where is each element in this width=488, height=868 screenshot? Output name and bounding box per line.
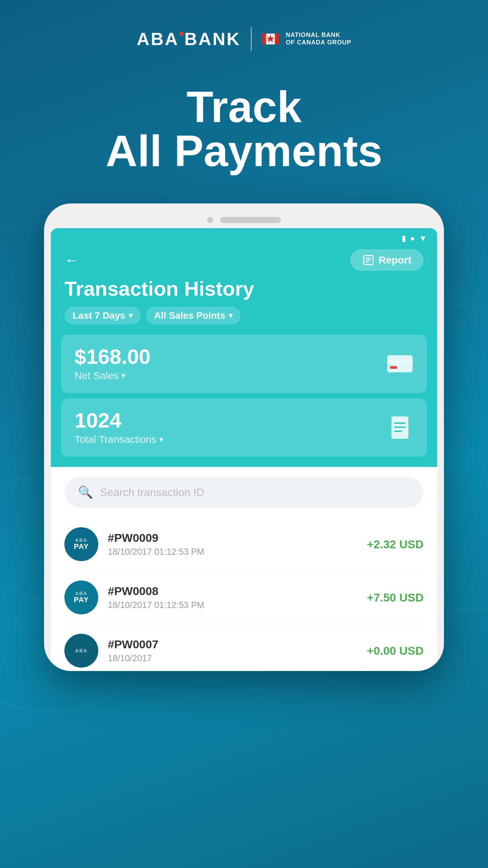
total-tx-chevron: ▾ <box>159 435 163 444</box>
net-sales-label: Net Sales ▾ <box>75 370 150 381</box>
wifi-icon: ● <box>410 234 415 243</box>
report-icon <box>362 254 374 266</box>
tx-info-2: #PW0008 18/10/2017 01:12:53 PM <box>108 585 358 610</box>
search-bar[interactable]: 🔍 Search transaction ID <box>64 477 424 508</box>
card-payment-icon <box>386 352 413 376</box>
tx-amount-1: +2.32 USD <box>367 538 424 551</box>
filter-days-label: Last 7 Days <box>73 310 125 321</box>
report-label: Report <box>379 254 411 266</box>
brand-dot <box>180 32 184 36</box>
national-line1: NATIONAL BANK <box>286 32 340 39</box>
filter-sales-chip[interactable]: All Sales Points ▾ <box>146 307 241 324</box>
tx-id-1: #PW0009 <box>108 531 358 545</box>
total-tx-card[interactable]: 1024 Total Transactions ▾ <box>61 398 427 457</box>
svg-rect-2 <box>275 34 279 44</box>
filter-row: Last 7 Days ▾ All Sales Points ▾ <box>51 307 437 335</box>
back-button[interactable]: ← <box>64 252 79 269</box>
phone-mockup: ▮ ● ▼ ← Report Transaction Hist <box>44 203 444 671</box>
tx-id-2: #PW0008 <box>108 585 358 598</box>
filter-days-chip[interactable]: Last 7 Days ▾ <box>64 307 141 324</box>
tx-date-2: 18/10/2017 01:12:53 PM <box>108 600 358 610</box>
filter-days-chevron: ▾ <box>129 311 133 320</box>
total-tx-amount: 1024 <box>75 410 163 431</box>
tx-date-3: 18/10/2017 <box>108 653 358 664</box>
svg-rect-1 <box>262 34 266 44</box>
aba-avatar-label-3: ABA <box>75 648 87 653</box>
tx-date-1: 18/10/2017 01:12:53 PM <box>108 547 358 557</box>
net-sales-amount: $168.00 <box>75 346 150 367</box>
phone-dot-left <box>207 217 213 223</box>
summary-cards: $168.00 Net Sales ▾ 102 <box>51 335 437 467</box>
phone-notch <box>51 214 437 228</box>
brand-divider <box>251 27 252 51</box>
total-tx-info: 1024 Total Transactions ▾ <box>75 410 163 445</box>
svg-rect-10 <box>390 366 397 369</box>
tx-amount-2: +7.50 USD <box>367 591 424 604</box>
tx-info-1: #PW0009 18/10/2017 01:12:53 PM <box>108 531 358 557</box>
search-icon: 🔍 <box>78 485 93 499</box>
page-title: Transaction History <box>51 278 437 307</box>
tx-id-3: #PW0007 <box>108 638 358 651</box>
hero-section: Track All Payments <box>0 85 488 173</box>
phone-frame: ▮ ● ▼ ← Report Transaction Hist <box>44 203 444 671</box>
net-sales-chevron: ▾ <box>121 371 125 380</box>
phone-screen: ▮ ● ▼ ← Report Transaction Hist <box>51 228 437 671</box>
brand-header: ABA BANK NATIONAL BANK OF CANADA GROUP <box>0 27 488 51</box>
net-sales-info: $168.00 Net Sales ▾ <box>75 346 150 381</box>
filter-sales-chevron: ▾ <box>229 311 232 320</box>
total-tx-label: Total Transactions ▾ <box>75 434 163 445</box>
transaction-list: ABA PAY #PW0009 18/10/2017 01:12:53 PM +… <box>64 518 424 671</box>
aba-brand: ABA BANK <box>137 29 241 49</box>
aba-avatar-label-1: ABA <box>75 538 87 542</box>
phone-pill <box>220 217 281 223</box>
tx-avatar-3: ABA <box>64 634 98 668</box>
battery-icon: ▼ <box>419 234 427 243</box>
aba-text: ABA <box>137 29 179 49</box>
aba-avatar-label-2: ABA <box>75 591 87 596</box>
tx-avatar-2: ABA PAY <box>64 580 98 614</box>
transaction-item[interactable]: ABA PAY #PW0009 18/10/2017 01:12:53 PM +… <box>64 518 424 571</box>
national-line2: OF CANADA GROUP <box>286 39 351 46</box>
national-text: NATIONAL BANK OF CANADA GROUP <box>286 32 351 46</box>
canada-flag-icon <box>262 34 279 44</box>
tx-amount-3: +0.00 USD <box>367 644 424 657</box>
report-button[interactable]: Report <box>350 249 424 271</box>
hero-line2: All Payments <box>0 129 488 173</box>
white-section: 🔍 Search transaction ID ABA PAY #PW0009 … <box>51 467 437 671</box>
document-icon <box>386 416 413 439</box>
signal-icon: ▮ <box>402 234 406 243</box>
tx-avatar-1: ABA PAY <box>64 527 98 561</box>
app-header: ← Report <box>51 246 437 278</box>
tx-info-3: #PW0007 18/10/2017 <box>108 638 358 664</box>
pay-avatar-label-2: PAY <box>74 596 89 604</box>
hero-line1: Track <box>0 85 488 129</box>
transaction-item-partial[interactable]: ABA #PW0007 18/10/2017 +0.00 USD <box>64 624 424 671</box>
national-brand: NATIONAL BANK OF CANADA GROUP <box>262 32 351 46</box>
filter-sales-label: All Sales Points <box>154 310 225 321</box>
search-input[interactable]: Search transaction ID <box>100 486 410 499</box>
svg-rect-9 <box>387 360 413 364</box>
status-bar: ▮ ● ▼ <box>51 228 437 246</box>
bank-text: BANK <box>184 29 241 49</box>
pay-avatar-label-1: PAY <box>74 542 89 551</box>
net-sales-card[interactable]: $168.00 Net Sales ▾ <box>61 335 427 393</box>
transaction-item[interactable]: ABA PAY #PW0008 18/10/2017 01:12:53 PM +… <box>64 571 424 624</box>
